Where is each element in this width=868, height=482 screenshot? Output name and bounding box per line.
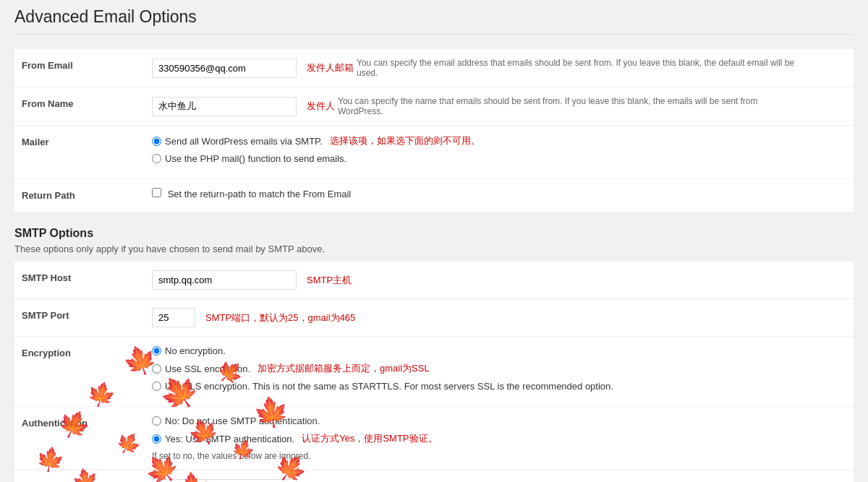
smtp-port-input[interactable]: [152, 308, 195, 327]
from-email-label: From Email: [14, 49, 145, 87]
auth-note: If set to no, the values below are ignor…: [152, 451, 846, 461]
auth-yes-label: Yes: Use SMTP authentication.: [165, 434, 294, 444]
from-name-input[interactable]: [152, 97, 297, 116]
mailer-smtp-label: Send all WordPress emails via SMTP.: [165, 136, 323, 147]
mailer-cell: Send all WordPress emails via SMTP. 选择该项…: [145, 126, 854, 179]
smtp-port-cell: SMTP端口，默认为25，gmail为465: [145, 299, 854, 337]
encryption-ssl-radio[interactable]: [152, 364, 161, 374]
from-name-annotation: 发件人: [307, 100, 335, 113]
encryption-annotation: 加密方式据邮箱服务上而定，gmail为SSL: [258, 362, 430, 375]
auth-yes-radio[interactable]: [152, 434, 161, 444]
encryption-tls-label: Use TLS encryption. This is not the same…: [165, 381, 613, 392]
return-path-row: Return Path Set the return-path to match…: [14, 179, 854, 212]
page-title: Advanced Email Options: [14, 7, 854, 35]
from-name-description: You can specify the name that emails sho…: [338, 96, 786, 116]
smtp-host-input[interactable]: [152, 270, 297, 290]
smtp-host-label: SMTP Host: [14, 262, 145, 299]
smtp-description: These options only apply if you have cho…: [14, 244, 854, 254]
from-email-cell: 发件人邮箱 You can specify the email address …: [145, 49, 854, 87]
authentication-row: Authentication No: Do not use SMTP authe…: [14, 407, 854, 470]
auth-no-radio[interactable]: [152, 416, 161, 426]
username-cell: 用户名: [145, 470, 854, 483]
auth-annotation: 认证方式Yes，使用SMTP验证。: [302, 432, 437, 445]
authentication-label: Authentication: [14, 407, 145, 470]
mailer-label: Mailer: [14, 126, 145, 179]
smtp-form-table: SMTP Host SMTP主机 SMTP Port SMTP端口，默认为25，…: [14, 262, 854, 482]
form-table: From Email 发件人邮箱 You can specify the ema…: [14, 49, 854, 212]
smtp-port-label: SMTP Port: [14, 299, 145, 337]
smtp-host-row: SMTP Host SMTP主机: [14, 262, 854, 299]
return-path-checkbox-label[interactable]: Set the return-path to match the From Em…: [152, 189, 351, 199]
encryption-none-radio[interactable]: [152, 346, 161, 356]
encryption-label: Encryption: [14, 337, 145, 407]
mailer-php-radio[interactable]: [152, 154, 161, 163]
from-email-description: You can specify the email address that e…: [357, 58, 805, 78]
authentication-cell: No: Do not use SMTP authentication. Yes:…: [145, 407, 854, 470]
smtp-host-cell: SMTP主机: [145, 262, 854, 299]
encryption-ssl-label: Use SSL encryption.: [165, 363, 250, 374]
from-email-annotation: 发件人邮箱: [307, 61, 354, 74]
return-path-checkbox-text: Set the return-path to match the From Em…: [168, 189, 352, 199]
smtp-port-annotation: SMTP端口，默认为25，gmail为465: [205, 311, 355, 324]
username-row: Username 用户名: [14, 470, 854, 483]
username-input[interactable]: [152, 479, 297, 482]
smtp-host-annotation: SMTP主机: [307, 274, 352, 287]
return-path-label: Return Path: [14, 179, 145, 212]
from-email-row: From Email 发件人邮箱 You can specify the ema…: [14, 49, 854, 87]
return-path-cell: Set the return-path to match the From Em…: [145, 179, 854, 212]
from-name-row: From Name 发件人 You can specify the name t…: [14, 87, 854, 126]
from-name-cell: 发件人 You can specify the name that emails…: [145, 87, 854, 126]
encryption-row: Encryption No encryption. Use SSL encryp…: [14, 337, 854, 407]
auth-no-label: No: Do not use SMTP authentication.: [165, 416, 320, 426]
mailer-row: Mailer Send all WordPress emails via SMT…: [14, 126, 854, 179]
encryption-tls-radio[interactable]: [152, 382, 161, 391]
return-path-checkbox[interactable]: [152, 188, 161, 197]
mailer-annotation: 选择该项，如果选下面的则不可用。: [330, 134, 480, 147]
mailer-smtp-radio[interactable]: [152, 137, 161, 146]
mailer-php-label: Use the PHP mail() function to send emai…: [165, 153, 346, 164]
smtp-heading: SMTP Options: [14, 227, 854, 240]
from-name-label: From Name: [14, 87, 145, 126]
from-email-input[interactable]: [152, 59, 297, 78]
username-label: Username: [14, 470, 145, 483]
smtp-port-row: SMTP Port SMTP端口，默认为25，gmail为465: [14, 299, 854, 337]
encryption-cell: No encryption. Use SSL encryption. 加密方式据…: [145, 337, 854, 407]
smtp-section: SMTP Options These options only apply if…: [14, 227, 854, 254]
encryption-none-label: No encryption.: [165, 345, 226, 356]
